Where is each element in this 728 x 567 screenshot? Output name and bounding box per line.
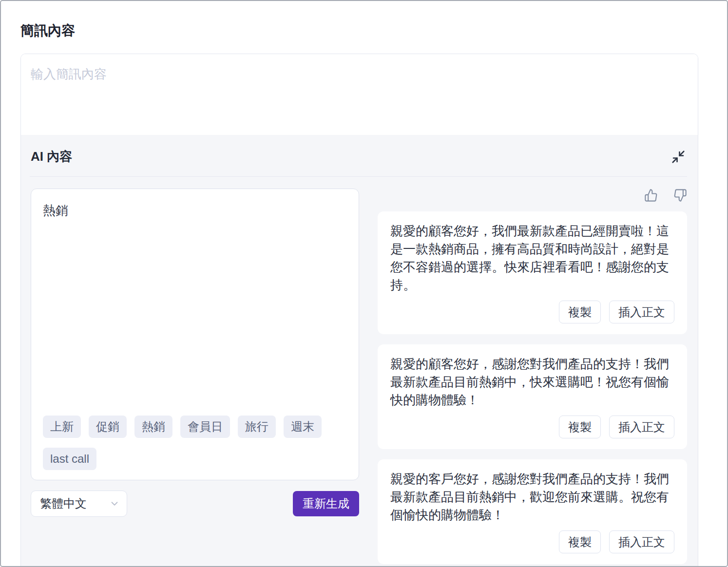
- tag-chip-promotion[interactable]: 促銷: [89, 416, 127, 438]
- tag-chip-hot-sale[interactable]: 熱銷: [134, 416, 172, 438]
- ai-panel-title: AI 內容: [31, 148, 72, 165]
- suggestion-card: 親愛的顧客您好，感謝您對我們產品的支持！我們最新款產品目前熱銷中，快來選購吧！祝…: [378, 344, 687, 449]
- tag-chip-new-arrival[interactable]: 上新: [43, 416, 81, 438]
- suggestion-card: 親愛的顧客您好，我們最新款產品已經開賣啦！這是一款熱銷商品，擁有高品質和時尚設計…: [378, 211, 687, 334]
- tag-chip-member-day[interactable]: 會員日: [180, 416, 230, 438]
- suggestion-actions: 複製 插入正文: [390, 416, 674, 438]
- sms-content-input[interactable]: [21, 54, 698, 135]
- language-select-value: 繁體中文: [40, 496, 87, 511]
- page-title: 簡訊內容: [20, 21, 708, 40]
- language-select[interactable]: 繁體中文: [31, 491, 127, 517]
- tag-chip-last-call[interactable]: last call: [43, 448, 96, 470]
- suggestion-text: 親愛的客戶您好，感謝您對我們產品的支持！我們最新款產品目前熱銷中，歡迎您前來選購…: [390, 470, 674, 524]
- thumbs-up-icon: [644, 189, 658, 202]
- chevron-down-icon: [109, 498, 120, 509]
- ai-panel-header: AI 內容: [21, 135, 698, 176]
- ai-content-panel: AI 內容 熱銷: [21, 135, 698, 567]
- suggestion-list: 親愛的顧客您好，我們最新款產品已經開賣啦！這是一款熱銷商品，擁有高品質和時尚設計…: [378, 211, 687, 564]
- thumbs-down-button[interactable]: [673, 189, 687, 202]
- sms-composer: AI 內容 熱銷: [20, 54, 698, 567]
- suggestion-text: 親愛的顧客您好，感謝您對我們產品的支持！我們最新款產品目前熱銷中，快來選購吧！祝…: [390, 355, 674, 409]
- generation-column: 熱銷 上新 促銷 熱銷 會員日 旅行 週末 last call: [31, 189, 359, 517]
- insert-body-button[interactable]: 插入正文: [609, 530, 674, 553]
- feedback-row: [378, 188, 687, 203]
- collapse-panel-button[interactable]: [671, 149, 686, 165]
- ai-panel-body: 熱銷 上新 促銷 熱銷 會員日 旅行 週末 last call: [21, 177, 698, 567]
- insert-body-button[interactable]: 插入正文: [609, 416, 674, 438]
- thumbs-down-icon: [673, 189, 687, 202]
- copy-button[interactable]: 複製: [559, 301, 601, 323]
- prompt-tag-list: 上新 促銷 熱銷 會員日 旅行 週末 last call: [43, 416, 347, 470]
- prompt-text: 熱銷: [43, 202, 347, 219]
- suggestion-text: 親愛的顧客您好，我們最新款產品已經開賣啦！這是一款熱銷商品，擁有高品質和時尚設計…: [390, 222, 674, 294]
- prompt-box[interactable]: 熱銷 上新 促銷 熱銷 會員日 旅行 週末 last call: [31, 189, 359, 480]
- tag-chip-travel[interactable]: 旅行: [238, 416, 276, 438]
- copy-button[interactable]: 複製: [559, 530, 601, 553]
- suggestion-actions: 複製 插入正文: [390, 530, 674, 553]
- results-column: 親愛的顧客您好，我們最新款產品已經開賣啦！這是一款熱銷商品，擁有高品質和時尚設計…: [378, 189, 687, 564]
- sms-content-page: 簡訊內容 AI 內容: [1, 1, 727, 567]
- tag-chip-weekend[interactable]: 週末: [284, 416, 322, 438]
- generation-footer: 繁體中文 重新生成: [31, 491, 359, 517]
- suggestion-card: 親愛的客戶您好，感謝您對我們產品的支持！我們最新款產品目前熱銷中，歡迎您前來選購…: [378, 459, 687, 564]
- collapse-arrows-icon: [671, 150, 686, 164]
- thumbs-up-button[interactable]: [644, 189, 658, 202]
- prompt-spacer: [43, 219, 347, 416]
- copy-button[interactable]: 複製: [559, 416, 601, 438]
- suggestion-actions: 複製 插入正文: [390, 301, 674, 323]
- regenerate-button[interactable]: 重新生成: [293, 491, 359, 516]
- insert-body-button[interactable]: 插入正文: [609, 301, 674, 323]
